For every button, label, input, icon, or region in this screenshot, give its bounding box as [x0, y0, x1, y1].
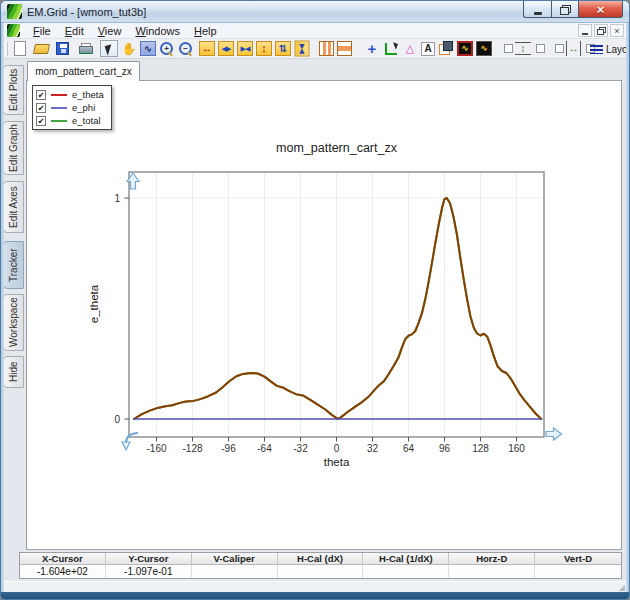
layout-bars-icon: [590, 45, 603, 54]
readout-value-row: -1.604e+02 -1.097e-01: [20, 565, 621, 578]
expand-y-button[interactable]: ↕: [256, 41, 272, 56]
maximize-button[interactable]: [551, 1, 578, 18]
open-file-button[interactable]: [33, 41, 49, 56]
split-vertical-button[interactable]: [319, 41, 334, 56]
cursor-readout-table: X-Cursor Y-Cursor V-Caliper H-Cal (dX) H…: [19, 552, 622, 579]
v-caliper-left-checkbox[interactable]: [504, 44, 513, 53]
menu-file[interactable]: File: [26, 24, 58, 38]
close-icon: ×: [597, 3, 605, 16]
window-frame-right: [626, 23, 629, 593]
menu-edit[interactable]: Edit: [58, 24, 91, 38]
h-caliper-left-checkbox[interactable]: [555, 44, 564, 53]
window-title: EM.Grid - [wmom_tut3b]: [27, 6, 146, 18]
svg-text:128: 128: [472, 443, 489, 454]
sidebar-tab-label: Edit Plots: [8, 69, 19, 111]
new-document-button[interactable]: [14, 41, 26, 56]
add-marker-button[interactable]: +: [364, 41, 380, 56]
window-controls: ×: [523, 1, 623, 18]
minimize-button[interactable]: [523, 1, 551, 18]
window-frame-bottom: [1, 592, 629, 600]
mdi-minimize-button[interactable]: [578, 24, 592, 37]
scroll-x-button[interactable]: ◀▶: [218, 41, 234, 56]
svg-text:96: 96: [439, 443, 451, 454]
sidebar-tab-label: Hide: [8, 362, 19, 383]
close-button[interactable]: ×: [578, 1, 623, 18]
readout-header-vert-d: Vert-D: [535, 553, 621, 565]
caliper-button[interactable]: △: [402, 41, 418, 56]
overlay-panels-button[interactable]: [438, 41, 454, 56]
legend-row-e-theta: ✔ e_theta: [36, 88, 104, 101]
readout-value-h-cal-dx: [278, 565, 364, 578]
sidebar-tab-hide[interactable]: Hide: [3, 356, 24, 388]
split-horizontal-button[interactable]: [337, 41, 352, 56]
legend-swatch-e-phi: [51, 107, 67, 109]
svg-text:-96: -96: [221, 443, 236, 454]
y-axis-label: e_theta: [88, 284, 100, 323]
expand-x-button[interactable]: ↔: [199, 41, 215, 56]
pan-down-arrow-icon[interactable]: [122, 442, 130, 450]
sidebar-tab-edit-axes[interactable]: Edit Axes: [3, 181, 24, 233]
pan-hand-button[interactable]: ✋: [121, 41, 137, 56]
sidebar-tab-tracker[interactable]: Tracker: [3, 241, 24, 289]
window-frame-left: [1, 23, 4, 593]
readout-header-h-cal-dx: H-Cal (dX): [278, 553, 364, 565]
resize-grip[interactable]: ◢: [619, 583, 625, 592]
mdi-restore-button[interactable]: [594, 24, 608, 37]
svg-text:-128: -128: [182, 443, 202, 454]
zoom-out-button[interactable]: [178, 41, 194, 56]
svg-text:0: 0: [114, 414, 120, 425]
sidebar-tab-label: Edit Graph: [8, 124, 19, 172]
save-button[interactable]: [56, 42, 69, 55]
legend-label: e_theta: [72, 89, 104, 100]
mdi-close-button[interactable]: ×: [610, 24, 624, 37]
readout-header-row: X-Cursor Y-Cursor V-Caliper H-Cal (dX) H…: [20, 553, 621, 565]
plot-canvas[interactable]: -160-128-96-64-32032649612816001 mom_pat…: [27, 81, 621, 549]
readout-value-horz-d: [449, 565, 535, 578]
tab-mom-pattern-cart-zx[interactable]: mom_pattern_cart_zx: [27, 61, 140, 81]
compress-y-button[interactable]: ▶◀: [295, 41, 310, 57]
minimize-icon: [534, 12, 542, 15]
menu-help[interactable]: Help: [187, 24, 224, 38]
v-caliper-button[interactable]: ↕: [515, 42, 531, 55]
readout-header-x-cursor: X-Cursor: [20, 553, 106, 565]
svg-text:-64: -64: [257, 443, 272, 454]
trace-style-dim-button[interactable]: ∿: [476, 41, 492, 56]
sidebar-tab-edit-plots[interactable]: Edit Plots: [3, 65, 24, 115]
pan-right-arrow-icon[interactable]: [546, 428, 562, 440]
annotation-button[interactable]: A: [421, 42, 435, 56]
legend-checkbox-e-total[interactable]: ✔: [36, 116, 46, 126]
sidebar-tab-edit-graph[interactable]: Edit Graph: [3, 121, 24, 175]
legend-checkbox-e-phi[interactable]: ✔: [36, 103, 46, 113]
tracker-button[interactable]: [383, 41, 399, 56]
legend-checkbox-e-theta[interactable]: ✔: [36, 90, 46, 100]
menu-view[interactable]: View: [91, 24, 129, 38]
plot-panel: -160-128-96-64-32032649612816001 mom_pat…: [26, 80, 622, 550]
readout-value-y-cursor: -1.097e-01: [106, 565, 192, 578]
document-icon[interactable]: [7, 24, 20, 37]
layout-button[interactable]: Layout: [590, 41, 630, 57]
readout-value-x-cursor: -1.604e+02: [20, 565, 106, 578]
compress-x-button[interactable]: ▶◀: [237, 41, 253, 56]
autoscale-fit-button[interactable]: ∿: [140, 41, 156, 56]
h-caliper-button[interactable]: ↔: [566, 41, 581, 56]
svg-text:64: 64: [403, 443, 415, 454]
legend-label: e_total: [72, 115, 101, 126]
select-pointer-button[interactable]: [100, 40, 118, 57]
legend-swatch-e-theta: [51, 94, 67, 96]
svg-text:1: 1: [114, 193, 120, 204]
readout-header-horz-d: Horz-D: [449, 553, 535, 565]
sidebar-tab-workspace[interactable]: Workspace: [3, 294, 24, 351]
legend-swatch-e-total: [51, 120, 67, 122]
scroll-y-button[interactable]: ⇅: [275, 41, 291, 56]
trace-style-bright-button[interactable]: ∿: [457, 41, 473, 56]
legend-row-e-phi: ✔ e_phi: [36, 101, 104, 114]
v-caliper-right-checkbox[interactable]: [536, 44, 545, 53]
readout-value-v-caliper: [192, 565, 278, 578]
print-button[interactable]: [78, 41, 92, 56]
tab-label: mom_pattern_cart_zx: [35, 66, 132, 77]
menu-windows[interactable]: Windows: [128, 24, 187, 38]
zoom-in-button[interactable]: [159, 41, 175, 56]
toolbar-grip[interactable]: [5, 42, 8, 56]
maximize-icon: [560, 5, 570, 14]
menu-bar: File Edit View Windows Help ×: [2, 23, 628, 39]
